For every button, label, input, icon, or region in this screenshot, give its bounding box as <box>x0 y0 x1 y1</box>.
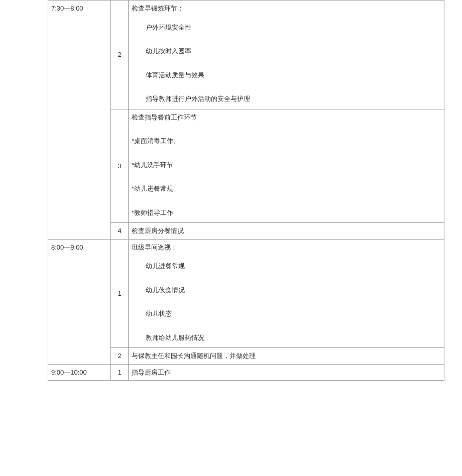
desc-line: 检查指导餐前工作环节 <box>132 112 441 123</box>
time-cell: 9:00—10:00 <box>48 364 111 381</box>
time-cell: 7:30—8:00 <box>48 1 111 240</box>
num-cell: 1 <box>111 239 129 348</box>
desc-cell: 班级早间巡视：幼儿进餐常规幼儿伙食情况幼儿状态教师给幼儿服药情况 <box>129 239 444 348</box>
num-cell: 3 <box>111 109 129 223</box>
desc-line: *幼儿进餐常规 <box>132 184 441 194</box>
table-row: 8:00—9:001班级早间巡视：幼儿进餐常规幼儿伙食情况幼儿状态教师给幼儿服药… <box>48 239 444 348</box>
desc-cell: 检查早锻炼环节：户外环境安全性幼儿按时入园率体育活动质量与效果指导教师进行户外活… <box>129 1 444 109</box>
desc-item: 体育活动质量与效果 <box>132 70 441 80</box>
desc-item: 幼儿伙食情况 <box>132 285 441 295</box>
desc-text: 检查厨房分餐情况 <box>132 226 441 236</box>
num-cell: 4 <box>111 223 129 240</box>
table-row: 9:00—10:001指导厨房工作 <box>48 364 444 381</box>
desc-item: 教师给幼儿服药情况 <box>132 333 441 343</box>
desc-item: 幼儿状态 <box>132 309 441 319</box>
desc-item: 指导教师进行户外活动的安全与护理 <box>132 94 441 104</box>
desc-line: *幼儿洗手环节 <box>132 160 441 170</box>
desc-line: *教师指导工作 <box>132 208 441 218</box>
desc-text: 指导厨房工作 <box>132 368 441 378</box>
desc-head: 班级早间巡视： <box>132 243 441 253</box>
num-cell: 2 <box>111 1 129 109</box>
desc-item: 户外环境安全性 <box>132 23 441 33</box>
desc-head: 检查早锻炼环节： <box>132 4 441 14</box>
time-cell: 8:00—9:00 <box>48 239 111 364</box>
desc-line: *桌面消毒工作、 <box>132 136 441 146</box>
desc-item: 幼儿按时入园率 <box>132 46 441 56</box>
desc-cell: 与保教主任和园长沟通随机问题，并做处理 <box>129 348 444 365</box>
num-cell: 2 <box>111 348 129 365</box>
desc-cell: 检查厨房分餐情况 <box>129 223 444 240</box>
table-row: 7:30—8:002检查早锻炼环节：户外环境安全性幼儿按时入园率体育活动质量与效… <box>48 1 444 109</box>
desc-cell: 检查指导餐前工作环节*桌面消毒工作、*幼儿洗手环节*幼儿进餐常规*教师指导工作 <box>129 109 444 223</box>
schedule-table: 7:30—8:002检查早锻炼环节：户外环境安全性幼儿按时入园率体育活动质量与效… <box>48 0 444 381</box>
desc-cell: 指导厨房工作 <box>129 364 444 381</box>
num-cell: 1 <box>111 364 129 381</box>
desc-text: 与保教主任和园长沟通随机问题，并做处理 <box>132 351 441 361</box>
desc-item: 幼儿进餐常规 <box>132 261 441 271</box>
